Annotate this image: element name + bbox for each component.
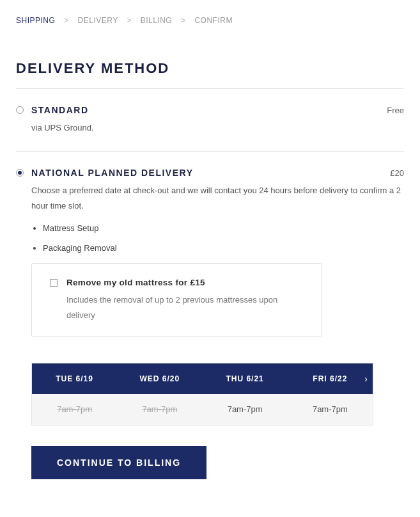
- date-picker: TUE 6/19 WED 6/20 THU 6/21 FRI 6/22 › 7a…: [31, 363, 373, 426]
- option-title-standard: STANDARD: [31, 105, 89, 115]
- feature-item: Packaging Removal: [43, 243, 404, 253]
- option-title-national: NATIONAL PLANNED DELIVERY: [31, 168, 193, 178]
- breadcrumb: SHIPPING > DELIVERY > BILLING > CONFIRM: [16, 16, 404, 25]
- breadcrumb-step-billing[interactable]: BILLING: [141, 16, 173, 25]
- chevron-right-icon: >: [64, 16, 69, 25]
- checkbox-remove-mattress[interactable]: [50, 279, 58, 287]
- option-desc-national: Choose a preferred date at check-out and…: [31, 183, 404, 213]
- date-header[interactable]: THU 6/21: [203, 374, 288, 383]
- radio-standard[interactable]: [16, 106, 24, 114]
- date-header[interactable]: WED 6/20: [117, 374, 202, 383]
- addon-title: Remove my old mattress for £15: [66, 278, 304, 287]
- date-slot: 7am-7pm: [32, 394, 117, 425]
- breadcrumb-step-shipping[interactable]: SHIPPING: [16, 16, 55, 25]
- radio-national[interactable]: [16, 169, 24, 177]
- breadcrumb-step-confirm[interactable]: CONFIRM: [194, 16, 233, 25]
- option-price-national: £20: [390, 168, 404, 178]
- date-header[interactable]: FRI 6/22: [288, 374, 373, 383]
- feature-list: Mattress Setup Packaging Removal: [31, 223, 404, 253]
- delivery-option-standard: STANDARD Free via UPS Ground.: [16, 89, 404, 151]
- date-slot: 7am-7pm: [117, 394, 202, 425]
- feature-item: Mattress Setup: [43, 223, 404, 233]
- chevron-right-icon: >: [181, 16, 186, 25]
- page-title: DELIVERY METHOD: [16, 60, 404, 77]
- date-slot[interactable]: 7am-7pm: [288, 394, 373, 425]
- delivery-option-national: NATIONAL PLANNED DELIVERY £20 Choose a p…: [16, 152, 404, 495]
- date-header[interactable]: TUE 6/19: [32, 374, 117, 383]
- breadcrumb-step-delivery[interactable]: DELIVERY: [78, 16, 118, 25]
- date-slot[interactable]: 7am-7pm: [203, 394, 288, 425]
- continue-to-billing-button[interactable]: CONTINUE TO BILLING: [31, 446, 206, 479]
- date-slot-row: 7am-7pm 7am-7pm 7am-7pm 7am-7pm: [32, 394, 373, 425]
- option-price-standard: Free: [387, 106, 404, 115]
- chevron-right-icon[interactable]: ›: [364, 374, 368, 384]
- addon-box: Remove my old mattress for £15 Includes …: [31, 263, 322, 337]
- option-desc-standard: via UPS Ground.: [31, 120, 404, 135]
- addon-desc: Includes the removal of up to 2 previous…: [66, 292, 304, 322]
- chevron-right-icon: >: [127, 16, 132, 25]
- date-header-row: TUE 6/19 WED 6/20 THU 6/21 FRI 6/22 ›: [32, 363, 373, 394]
